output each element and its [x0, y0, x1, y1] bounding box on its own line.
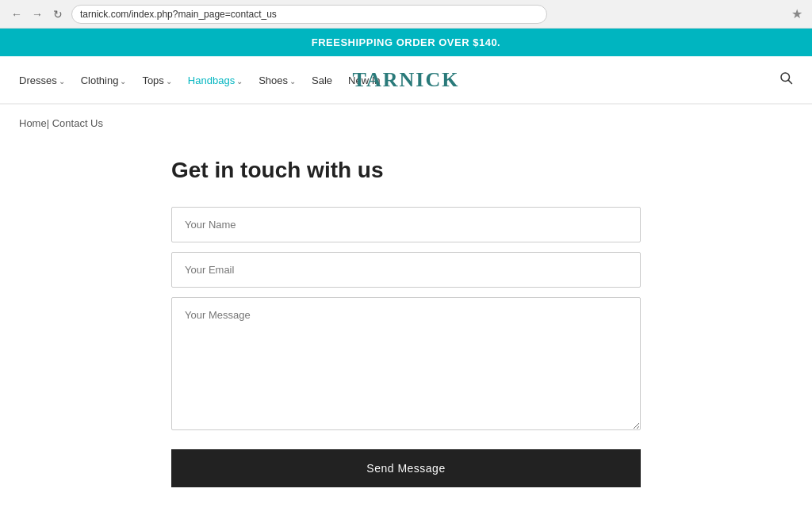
nav-link-clothing[interactable]: Clothing⌄ [81, 74, 127, 86]
nav-item-tops[interactable]: Tops⌄ [142, 73, 171, 87]
name-input[interactable] [171, 207, 641, 242]
address-bar[interactable]: tarnick.com/index.php?main_page=contact_… [71, 5, 547, 24]
chevron-down-icon: ⌄ [59, 77, 65, 86]
svg-line-1 [788, 80, 791, 83]
nav-item-sale[interactable]: Sale [312, 73, 332, 87]
nav-link-dresses[interactable]: Dresses⌄ [19, 74, 65, 86]
brand-logo[interactable]: TARNICK [353, 68, 460, 92]
chevron-down-icon: ⌄ [120, 77, 126, 86]
promo-banner: FREESHIPPING ORDER OVER $140. [0, 29, 812, 56]
nav-link-shoes[interactable]: Shoes⌄ [259, 74, 296, 86]
breadcrumb-separator: | [47, 117, 49, 129]
chevron-down-icon: ⌄ [289, 77, 296, 86]
forward-button[interactable]: → [30, 7, 44, 21]
nav-link-tops[interactable]: Tops⌄ [142, 74, 171, 86]
nav-link-handbags[interactable]: Handbags⌄ [188, 74, 243, 86]
main-nav: Dresses⌄ Clothing⌄ Tops⌄ Handbags⌄ Shoes… [0, 56, 812, 104]
chevron-down-icon: ⌄ [166, 77, 172, 86]
url-text: tarnick.com/index.php?main_page=contact_… [80, 9, 277, 20]
chevron-down-icon: ⌄ [236, 77, 243, 86]
bookmark-icon[interactable]: ★ [791, 6, 802, 21]
message-textarea[interactable] [171, 297, 641, 430]
nav-item-clothing[interactable]: Clothing⌄ [81, 73, 127, 87]
nav-links: Dresses⌄ Clothing⌄ Tops⌄ Handbags⌄ Shoes… [19, 73, 381, 87]
search-icon[interactable] [779, 71, 793, 89]
breadcrumb: Home| Contact Us [0, 105, 812, 142]
contact-section: Get in touch with us Send Message [152, 142, 660, 519]
send-message-button[interactable]: Send Message [171, 449, 641, 487]
promo-text: FREESHIPPING ORDER OVER $140. [312, 36, 500, 48]
email-input[interactable] [171, 252, 641, 288]
browser-chrome: ← → ↻ tarnick.com/index.php?main_page=co… [0, 0, 812, 29]
back-button[interactable]: ← [10, 7, 24, 21]
nav-item-dresses[interactable]: Dresses⌄ [19, 73, 65, 87]
nav-item-shoes[interactable]: Shoes⌄ [259, 73, 296, 87]
nav-link-sale[interactable]: Sale [312, 74, 332, 86]
page-title: Get in touch with us [171, 158, 641, 183]
refresh-button[interactable]: ↻ [51, 7, 65, 21]
nav-item-handbags[interactable]: Handbags⌄ [188, 73, 243, 87]
breadcrumb-home[interactable]: Home [19, 117, 47, 129]
breadcrumb-current: Contact Us [52, 117, 103, 129]
